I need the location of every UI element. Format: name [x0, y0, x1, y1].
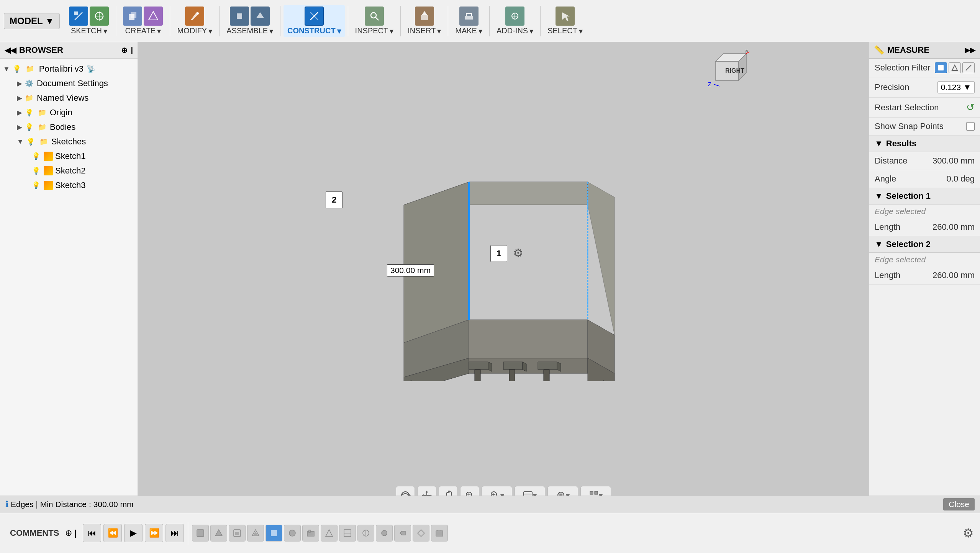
timeline-step-1[interactable]	[210, 525, 227, 542]
viewcube[interactable]: RIGHT Z ✕	[704, 50, 750, 88]
browser-add-icon[interactable]: ⊕	[121, 46, 128, 55]
tree-item-sketch1[interactable]: 💡 Sketch1	[0, 149, 138, 164]
folder-icon-sketches: 📁	[38, 136, 49, 147]
div4	[280, 6, 280, 36]
modify-label: MODIFY▾	[177, 26, 212, 36]
folder-icon-origin: 📁	[37, 107, 48, 118]
tree-item-portalibri[interactable]: ▼ 💡 📁 Portalibri v3 📡	[0, 62, 138, 76]
svg-point-13	[371, 13, 376, 18]
timeline-step-8[interactable]	[339, 525, 356, 542]
svg-text:RIGHT: RIGHT	[725, 67, 744, 74]
add-ins-icons	[505, 7, 524, 26]
tree-item-doc-settings[interactable]: ▶ ⚙️ Document Settings	[0, 76, 138, 91]
timeline-step-13[interactable]	[431, 525, 448, 542]
make-section[interactable]: MAKE▾	[451, 5, 486, 37]
tree-label-sketches: Sketches	[51, 137, 86, 147]
svg-marker-36	[557, 362, 561, 371]
light-icon-sketches: 💡	[25, 136, 36, 147]
precision-label: Precision	[875, 82, 909, 92]
timeline-step-10[interactable]	[376, 525, 393, 542]
timeline-settings-gear[interactable]: ⚙	[963, 526, 974, 540]
timeline-step-5[interactable]	[284, 525, 301, 542]
timeline-step-12[interactable]	[413, 525, 429, 542]
modify-section[interactable]: MODIFY▾	[173, 5, 216, 37]
model-button[interactable]: MODEL ▼	[4, 13, 60, 29]
assemble-label: ASSEMBLE▾	[226, 26, 273, 36]
measure-expand-icon[interactable]: ▶▶	[965, 46, 975, 54]
inspect-section[interactable]: INSPECT▾	[351, 5, 398, 37]
insert-section[interactable]: INSERT▾	[404, 5, 445, 37]
timeline-step-3[interactable]	[247, 525, 264, 542]
sel2-length-label: Length	[875, 270, 900, 280]
play-next[interactable]: ⏩	[145, 524, 163, 542]
insert-icons	[415, 7, 434, 26]
svg-rect-81	[235, 532, 239, 535]
sf-face-icon[interactable]	[949, 62, 961, 73]
sf-body-icon[interactable]	[935, 62, 947, 73]
results-section[interactable]: ▼ Results	[869, 136, 980, 152]
restart-selection-icon[interactable]: ↺	[966, 101, 975, 113]
svg-marker-34	[523, 362, 526, 371]
sketch-label: SKETCH▾	[71, 26, 107, 36]
timeline-step-11[interactable]	[394, 525, 411, 542]
bottom-bar: COMMENTS ⊕ | ⏮ ⏪ ▶ ⏩ ⏭	[0, 513, 980, 553]
tree-item-sketches[interactable]: ▼ 💡 📁 Sketches	[0, 134, 138, 149]
svg-marker-7	[149, 11, 158, 20]
timeline-step-4[interactable]	[265, 525, 282, 542]
timeline-step-6[interactable]	[302, 525, 319, 542]
add-ins-section[interactable]: ADD-INS▾	[493, 5, 537, 37]
distance-row: Distance 300.00 mm	[869, 152, 980, 170]
marker-1: 1	[490, 245, 507, 262]
assemble-section[interactable]: ASSEMBLE▾	[223, 5, 277, 37]
tree-item-bodies[interactable]: ▶ 💡 📁 Bodies	[0, 120, 138, 134]
svg-marker-21	[562, 12, 570, 21]
timeline-step-9[interactable]	[357, 525, 374, 542]
tree-item-sketch3[interactable]: 💡 Sketch3	[0, 178, 138, 193]
sel1-length-row: Length 260.00 mm	[869, 218, 980, 236]
info-icon: ℹ	[5, 499, 8, 509]
play-skip-end[interactable]: ⏭	[166, 524, 184, 542]
browser-collapse-icon[interactable]: |	[131, 46, 133, 55]
timeline-step-7[interactable]	[321, 525, 338, 542]
measure-panel: 📏 MEASURE ▶▶ Selection Filter Pre	[869, 42, 980, 513]
tree-item-named-views[interactable]: ▶ 📁 Named Views	[0, 91, 138, 105]
marker-1-gear[interactable]: ⚙	[510, 244, 526, 261]
modify-icons	[185, 7, 204, 26]
tree-item-origin[interactable]: ▶ 💡 📁 Origin	[0, 105, 138, 120]
timeline-step-2[interactable]	[229, 525, 246, 542]
create-section[interactable]: CREATE▾	[119, 5, 167, 37]
play-skip-start[interactable]: ⏮	[83, 524, 101, 542]
viewport[interactable]: 300.00 mm 2 1 ⚙ RIGHT Z ✕	[138, 42, 869, 513]
bottom-div1	[188, 522, 188, 545]
svg-marker-88	[326, 530, 333, 537]
model-dropdown-arrow[interactable]: ▼	[45, 16, 54, 26]
construct-section[interactable]: CONSTRUCT▾	[284, 5, 345, 37]
sketch-section[interactable]: SKETCH▾	[65, 5, 113, 37]
comments-collapse[interactable]: |	[74, 528, 77, 538]
comments-add-icon[interactable]: ⊕	[65, 528, 72, 538]
play-play[interactable]: ▶	[124, 524, 143, 542]
tree-label-sketch1: Sketch1	[55, 151, 86, 161]
selection1-section[interactable]: ▼ Selection 1	[869, 188, 980, 205]
selection2-section[interactable]: ▼ Selection 2	[869, 236, 980, 253]
svg-rect-9	[237, 13, 242, 19]
light-icon-s3: 💡	[31, 180, 41, 191]
svg-rect-17	[465, 16, 473, 20]
timeline-area	[192, 525, 960, 542]
light-icon-bodies: 💡	[24, 122, 34, 133]
svg-point-8	[197, 12, 199, 15]
snap-checkbox[interactable]	[966, 122, 975, 131]
expand-arrow-bodies: ▶	[17, 123, 22, 131]
close-button[interactable]: Close	[943, 498, 975, 510]
sf-edge-icon[interactable]	[962, 62, 975, 73]
svg-rect-0	[74, 11, 78, 15]
play-prev[interactable]: ⏪	[103, 524, 122, 542]
select-section[interactable]: SELECT▾	[544, 5, 587, 37]
div2	[170, 6, 170, 36]
browser-back-arrow[interactable]: ◀◀	[5, 46, 16, 55]
measure-title: MEASURE	[887, 45, 929, 55]
precision-select[interactable]: 0.123 ▼	[937, 81, 975, 93]
folder-icon-bodies: 📁	[37, 122, 48, 133]
tree-item-sketch2[interactable]: 💡 Sketch2	[0, 164, 138, 178]
timeline-step-0[interactable]	[192, 525, 209, 542]
